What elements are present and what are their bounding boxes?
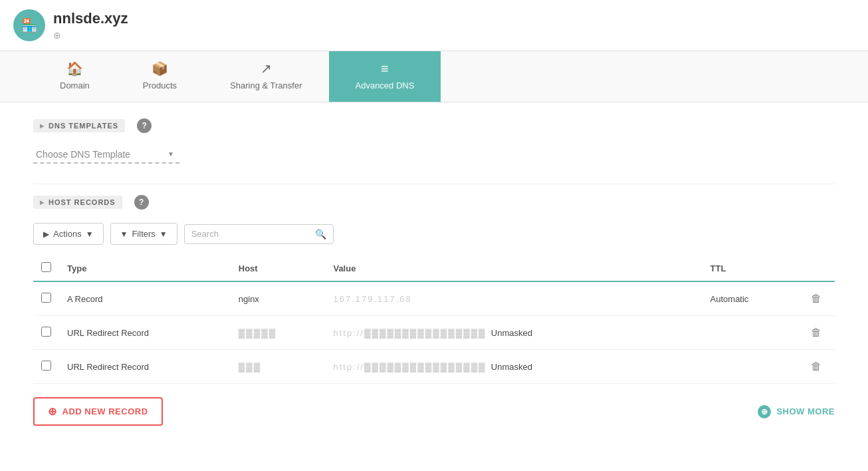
filter-icon: ▼ (120, 230, 128, 239)
show-more-button[interactable]: ⊕ SHOW MORE (758, 405, 835, 418)
host-records-help-icon[interactable]: ? (134, 195, 149, 210)
add-icon: ⊕ (48, 405, 57, 418)
table-row: URL Redirect Record ▓▓▓ http://▓▓▓▓▓▓▓▓▓… (33, 350, 835, 384)
row-type-2: URL Redirect Record (59, 316, 231, 350)
tab-products[interactable]: 📦 Products (116, 51, 203, 102)
row-checkbox-3[interactable] (41, 361, 51, 371)
toolbar: ▶ Actions ▼ ▼ Filters ▼ 🔍 (33, 223, 835, 245)
dns-templates-section: DNS TEMPLATES ? (33, 118, 835, 133)
row-value-2: http://▓▓▓▓▓▓▓▓▓▓▓▓▓▓▓▓ Unmasked (325, 316, 702, 350)
records-table: Type Host Value TTL A Record nginx 167.1… (33, 255, 835, 384)
search-input[interactable] (191, 229, 311, 239)
tab-domain[interactable]: 🏠 Domain (33, 51, 116, 102)
dns-template-select[interactable]: Choose DNS Template (33, 146, 179, 164)
row-host-1: nginx (231, 281, 326, 316)
row-checkbox-1[interactable] (41, 293, 51, 303)
filters-button[interactable]: ▼ Filters ▼ (110, 223, 177, 245)
delete-button-3[interactable]: 🗑 (806, 358, 827, 375)
add-new-record-button[interactable]: ⊕ ADD NEW RECORD (33, 397, 163, 426)
dns-template-select-row: Choose DNS Template (33, 146, 835, 164)
dns-templates-label: DNS TEMPLATES (33, 119, 125, 132)
col-host: Host (231, 255, 326, 281)
tab-sharing-transfer[interactable]: ↗ Sharing & Transfer (203, 51, 328, 102)
search-box: 🔍 (184, 224, 334, 244)
row-type-3: URL Redirect Record (59, 350, 231, 384)
header: 🏪 nnlsde.xyz ⊕ (0, 0, 868, 51)
advanced-dns-icon: ≡ (381, 61, 389, 77)
delete-button-2[interactable]: 🗑 (806, 324, 827, 341)
products-icon: 📦 (152, 61, 168, 77)
col-ttl: TTL (703, 255, 798, 281)
dns-template-select-wrapper: Choose DNS Template (33, 146, 179, 164)
tab-bar: 🏠 Domain 📦 Products ↗ Sharing & Transfer… (0, 51, 868, 102)
share-icon: ⊕ (53, 30, 128, 41)
play-icon: ▶ (43, 230, 49, 239)
actions-button[interactable]: ▶ Actions ▼ (33, 223, 104, 245)
col-type: Type (59, 255, 231, 281)
row-host-2: ▓▓▓▓▓ (231, 316, 326, 350)
row-ttl-3 (703, 350, 798, 384)
table-row: URL Redirect Record ▓▓▓▓▓ http://▓▓▓▓▓▓▓… (33, 316, 835, 350)
table-row: A Record nginx 167.179.117.68 Automatic … (33, 281, 835, 316)
search-icon: 🔍 (315, 229, 326, 239)
row-type-1: A Record (59, 281, 231, 316)
tab-advanced-dns[interactable]: ≡ Advanced DNS (329, 51, 441, 102)
table-body: A Record nginx 167.179.117.68 Automatic … (33, 281, 835, 384)
logo-icon: 🏪 (21, 17, 38, 33)
row-value-3: http://▓▓▓▓▓▓▓▓▓▓▓▓▓▓▓▓ Unmasked (325, 350, 702, 384)
host-records-section: HOST RECORDS ? (33, 195, 835, 210)
select-all-checkbox[interactable] (41, 262, 51, 272)
dns-templates-help-icon[interactable]: ? (137, 118, 152, 133)
col-value: Value (325, 255, 702, 281)
footer-row: ⊕ ADD NEW RECORD ⊕ SHOW MORE (33, 391, 835, 426)
content: DNS TEMPLATES ? Choose DNS Template HOST… (0, 102, 868, 442)
show-more-icon: ⊕ (758, 405, 771, 418)
row-checkbox-2[interactable] (41, 327, 51, 337)
domain-icon: 🏠 (66, 61, 83, 77)
actions-chevron-icon: ▼ (86, 230, 94, 239)
domain-name: nnlsde.xyz (53, 10, 128, 27)
row-ttl-2 (703, 316, 798, 350)
delete-button-1[interactable]: 🗑 (806, 290, 827, 307)
row-host-3: ▓▓▓ (231, 350, 326, 384)
row-value-1: 167.179.117.68 (325, 281, 702, 316)
host-records-label: HOST RECORDS (33, 196, 122, 209)
sharing-icon: ↗ (261, 61, 272, 77)
table-header: Type Host Value TTL (33, 255, 835, 281)
divider-1 (33, 184, 835, 184)
logo: 🏪 (13, 9, 45, 41)
filters-chevron-icon: ▼ (160, 230, 167, 239)
row-ttl-1: Automatic (703, 281, 798, 316)
